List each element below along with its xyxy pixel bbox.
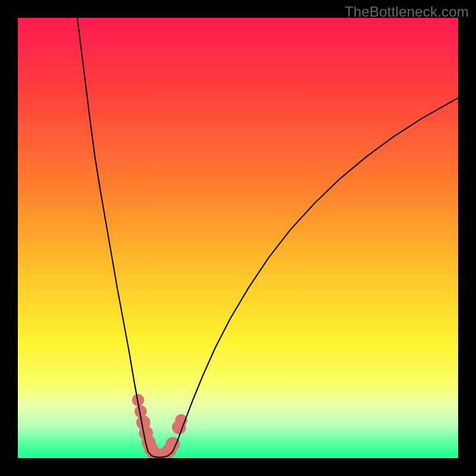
curve-layer	[18, 18, 458, 458]
bottleneck-curve	[77, 18, 458, 458]
chart-frame: TheBottleneck.com	[0, 0, 476, 476]
plot-area	[18, 18, 458, 458]
marker-group	[132, 394, 187, 458]
